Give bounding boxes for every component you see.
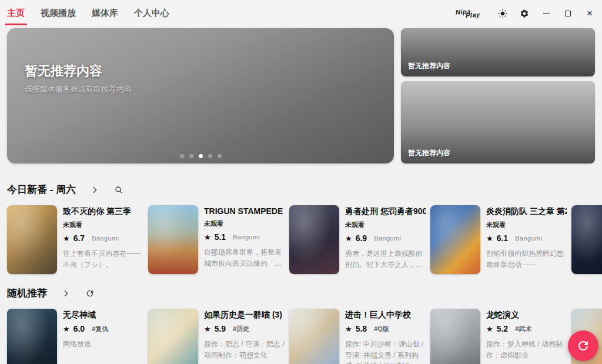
anime-description: 勇者，是这世上最残酷的刑罚。犯下大罪之人，将被判处成为... <box>345 248 426 270</box>
anime-card[interactable]: 炎炎消防队 三之章 第2... 未观看 ★ 6.1 Bangumi 烈焰引领的炽… <box>430 205 567 274</box>
refresh-icon[interactable] <box>85 288 95 299</box>
theme-toggle-sun-icon[interactable] <box>497 8 508 19</box>
tab-home-label: 主页 <box>7 8 25 19</box>
maximize-icon <box>565 11 571 16</box>
search-icon[interactable] <box>113 185 124 195</box>
tab-personal-center[interactable]: 个人中心 <box>134 0 169 26</box>
anime-card[interactable]: 致不灭的你 第三季 未观看 ★ 6.7 Bangumi 世上有着不灭的存在——不… <box>7 205 143 274</box>
section-header-today: 今日新番 - 周六 <box>7 183 595 196</box>
anime-card[interactable]: 无尽神域 ★ 6.0 #复仇 网络放送 <box>7 309 143 364</box>
genre-tag: #复仇 <box>92 325 108 333</box>
today-anime-row: 致不灭的你 第三季 未观看 ★ 6.7 Bangumi 世上有着不灭的存在——不… <box>7 205 595 274</box>
side-card-label: 暂无推荐内容 <box>408 61 450 71</box>
anime-card[interactable]: 勇者处刑 惩罚勇者9004... 未观看 ★ 6.9 Bangumi 勇者，是这… <box>289 205 426 274</box>
rating-score: 5.9 <box>215 324 226 333</box>
anime-title: 炎炎消防队 三之章 第2... <box>486 206 567 217</box>
rating-score: 6.1 <box>497 233 508 243</box>
anime-poster[interactable] <box>430 205 480 274</box>
tab-media-library-label: 媒体库 <box>92 8 118 19</box>
tab-video-playback[interactable]: 视频播放 <box>41 0 76 26</box>
title-bar: 主页 视频播放 媒体库 个人中心 Nipa Play × <box>0 0 602 26</box>
tab-video-playback-label: 视频播放 <box>41 8 76 19</box>
anime-card[interactable]: 龙蛇演义 ★ 5.2 #武术 原作：梦入神机 / 动画制作：虚拟影业 <box>430 309 567 364</box>
star-icon: ★ <box>486 235 493 242</box>
carousel-dot[interactable] <box>180 154 184 158</box>
anime-description: 原作：梦入神机 / 动画制作：虚拟影业 <box>486 339 567 360</box>
genre-tag: #Q版 <box>374 325 389 333</box>
close-button[interactable]: × <box>584 8 595 19</box>
anime-poster[interactable] <box>289 205 339 274</box>
random-anime-row: 无尽神域 ★ 6.0 #复仇 网络放送 如果历史是一群喵 (3) ★ 5.9 #… <box>7 309 595 364</box>
hero-carousel-banner[interactable]: 暂无推荐内容 连接媒体服务器以获取推荐内容 <box>7 28 394 163</box>
rating-source: Bangumi <box>92 235 119 242</box>
rating-source: Bangumi <box>233 233 260 241</box>
anime-card[interactable]: 进击！巨人中学校 ★ 5.8 #Q版 原作: 中川沙树・谏山创 / 导演: 井端… <box>289 309 426 364</box>
star-icon: ★ <box>204 233 211 241</box>
side-recommendation-card[interactable]: 暂无推荐内容 <box>401 81 595 163</box>
watch-status: 未观看 <box>345 221 426 229</box>
anime-title: 勇者处刑 惩罚勇者9004... <box>345 206 426 217</box>
app-logo: Nipa Play <box>456 8 486 18</box>
anime-poster[interactable] <box>430 309 480 364</box>
star-icon: ★ <box>345 235 352 242</box>
side-card-label: 暂无推荐内容 <box>408 148 450 158</box>
rating-score: 6.7 <box>73 233 85 243</box>
anime-title: 致不灭的你 第三季 <box>63 206 143 217</box>
anime-card[interactable]: TRIGUN STAMPEDE (... 未观看 ★ 5.1 Bangumi 自… <box>148 205 285 274</box>
tab-personal-center-label: 个人中心 <box>134 8 169 19</box>
anime-poster[interactable] <box>148 205 198 274</box>
refresh-fab-button[interactable] <box>568 330 598 361</box>
rating-score: 5.2 <box>497 324 508 333</box>
settings-gear-icon[interactable] <box>519 8 530 19</box>
anime-card[interactable]: 如果历史是一群喵 (3) ★ 5.9 #历史 原作：肥志 / 导演：肥志 / 动… <box>148 309 285 364</box>
chevron-right-icon[interactable] <box>89 185 100 195</box>
anime-poster[interactable] <box>571 205 602 274</box>
carousel-dot[interactable] <box>199 154 203 158</box>
rating-score: 6.0 <box>73 324 85 333</box>
anime-description: 自那场席卷世界，将整座城市推向毁灭边缘的「失落的七月」... <box>204 247 285 269</box>
carousel-dot[interactable] <box>208 154 212 158</box>
hero-subtitle: 连接媒体服务器以获取推荐内容 <box>25 84 132 95</box>
tab-home[interactable]: 主页 <box>7 0 25 26</box>
anime-description: 原作：肥志 / 导演：肥志 / 动画制作：萌想文化 <box>204 339 285 360</box>
section-title: 今日新番 - 周六 <box>7 183 76 196</box>
app-logo-text-bottom: Play <box>466 11 487 19</box>
star-icon: ★ <box>486 325 493 333</box>
chevron-right-icon[interactable] <box>61 288 71 299</box>
side-recommendation-card[interactable]: 暂无推荐内容 <box>401 28 595 76</box>
watch-status: 未观看 <box>63 221 143 229</box>
carousel-dots <box>7 154 394 158</box>
anime-title: TRIGUN STAMPEDE (... <box>204 206 285 216</box>
watch-status: 未观看 <box>204 219 285 228</box>
section-header-random: 随机推荐 <box>7 286 595 300</box>
anime-title: 如果历史是一群喵 (3) <box>204 310 285 320</box>
genre-tag: #武术 <box>515 325 531 333</box>
anime-poster[interactable] <box>7 309 57 364</box>
anime-poster[interactable] <box>7 205 57 274</box>
anime-title: 龙蛇演义 <box>486 310 567 320</box>
rating-source: Bangumi <box>374 235 401 242</box>
star-icon: ★ <box>345 325 352 333</box>
anime-poster[interactable] <box>148 309 198 364</box>
carousel-dot[interactable] <box>218 154 222 158</box>
rating-source: Bangumi <box>515 235 542 242</box>
anime-description: 网络放送 <box>63 339 143 350</box>
side-recommendation-column: 暂无推荐内容 暂无推荐内容 <box>401 28 595 163</box>
minimize-button[interactable] <box>541 8 551 19</box>
home-page: 暂无推荐内容 连接媒体服务器以获取推荐内容 暂无推荐内容 暂无推荐内容 今日新番… <box>0 28 602 364</box>
genre-tag: #历史 <box>233 325 249 333</box>
rating-score: 5.8 <box>356 324 367 333</box>
carousel-dot[interactable] <box>189 154 193 158</box>
tab-media-library[interactable]: 媒体库 <box>92 0 118 26</box>
hero-title: 暂无推荐内容 <box>25 62 102 80</box>
anime-card-partial[interactable] <box>571 205 602 274</box>
maximize-button[interactable] <box>563 8 573 19</box>
anime-title: 进击！巨人中学校 <box>345 310 426 320</box>
anime-title: 无尽神域 <box>63 310 143 320</box>
anime-description: 原作: 中川沙树・谏山创 / 导演: 井端义秀 / 系列构成: 后藤绿 / 动画… <box>345 339 426 364</box>
main-nav: 主页 视频播放 媒体库 个人中心 <box>7 0 169 26</box>
star-icon: ★ <box>63 235 70 242</box>
star-icon: ★ <box>63 325 70 333</box>
anime-poster[interactable] <box>289 309 339 364</box>
minimize-icon <box>543 13 550 14</box>
